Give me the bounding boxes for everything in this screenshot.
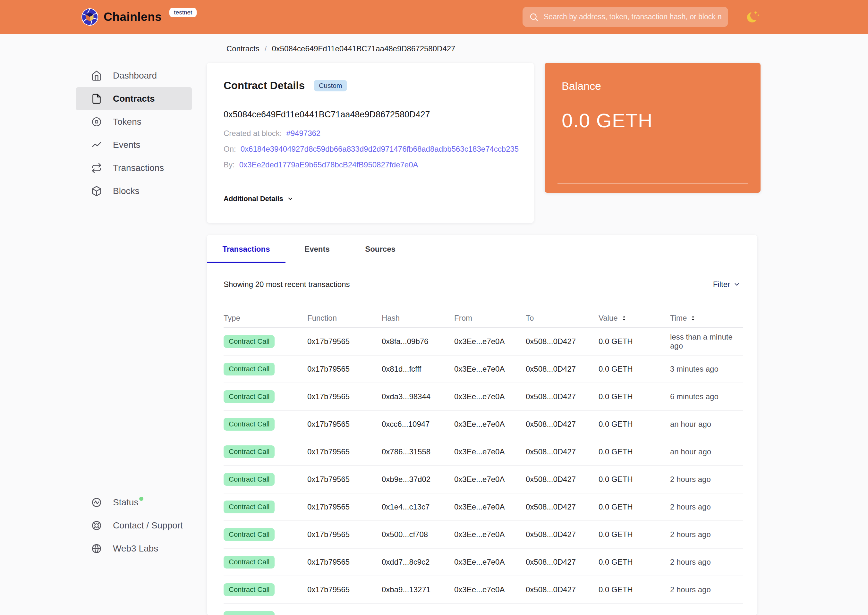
tab-events[interactable]: Events [286, 235, 349, 263]
global-search[interactable] [522, 7, 728, 27]
tx-hash-link[interactable]: 0xdd7...8c9c2 [382, 557, 454, 567]
tx-value: 0.0 GETH [599, 503, 670, 512]
on-tx-hash-link[interactable]: 0x6184e39404927d8c59db66a833d9d2d971476f… [241, 144, 519, 154]
home-icon [91, 70, 102, 81]
tx-from-link[interactable]: 0x3Ee...e7e0A [454, 365, 526, 373]
sort-icon[interactable] [621, 315, 627, 322]
col-value-sort[interactable]: Value [599, 314, 670, 323]
tx-hash-link[interactable]: 0x1e4...c13c7 [382, 503, 454, 512]
custom-badge: Custom [314, 80, 347, 91]
col-time-sort[interactable]: Time [670, 314, 743, 323]
tx-to-link[interactable]: 0x508...0D427 [526, 475, 599, 484]
created-at-block-link[interactable]: #9497362 [286, 129, 321, 138]
tx-value: 0.0 GETH [599, 475, 670, 484]
sort-icon[interactable] [690, 315, 696, 322]
table-row: Contract Call0x17b795650x1e4...c13c70x3E… [224, 493, 743, 521]
table-row: Contract Call0x17b795650xb9e...37d020x3E… [224, 466, 743, 493]
file-icon [91, 93, 102, 104]
tx-to-link[interactable]: 0x508...0D427 [526, 447, 599, 456]
tx-from-link[interactable]: 0x3Ee...e7e0A [454, 585, 526, 594]
sidebar-item-status[interactable]: Status [76, 491, 192, 514]
box-icon [91, 186, 102, 197]
sidebar-item-contracts[interactable]: Contracts [76, 87, 192, 110]
sidebar-item-blocks[interactable]: Blocks [76, 180, 192, 203]
tx-value: 0.0 GETH [599, 392, 670, 401]
tx-value: 0.0 GETH [599, 365, 670, 373]
sidebar-item-transactions[interactable]: Transactions [76, 156, 192, 180]
tx-value: 0.0 GETH [599, 447, 670, 456]
tx-time: less than a minute ago [670, 332, 743, 350]
tx-from-link[interactable]: 0x3Ee...e7e0A [454, 337, 526, 346]
balance-card: Balance 0.0 GETH [545, 63, 760, 193]
sidebar-item-contact-support[interactable]: Contact / Support [76, 514, 192, 537]
tx-from-link[interactable]: 0x3Ee...e7e0A [454, 420, 526, 429]
tx-to-link[interactable]: 0x508...0D427 [526, 530, 599, 539]
tx-time: 2 hours ago [670, 503, 743, 512]
by-label: By: [224, 160, 235, 170]
balance-value: 0.0 GETH [561, 109, 744, 132]
table-row: Contract Call0x17b795650x8fa...09b760x3E… [224, 328, 743, 356]
sidebar-item-label: Transactions [113, 163, 164, 173]
balance-title: Balance [561, 80, 744, 92]
sidebar-item-events[interactable]: Events [76, 133, 192, 156]
tx-from-link[interactable]: 0x3Ee...e7e0A [454, 530, 526, 539]
tx-hash-link[interactable]: 0xcc6...10947 [382, 420, 454, 429]
on-tx-row: On: 0x6184e39404927d8c59db66a833d9d2d971… [224, 144, 517, 154]
tx-hash-link[interactable]: 0x81d...fcfff [382, 365, 454, 373]
tx-function: 0x17b79565 [307, 530, 382, 539]
sidebar-footer-nav: Status Contact / Support Web3 Labs [76, 491, 192, 560]
brand[interactable]: Chainlens testnet [81, 0, 197, 34]
tx-from-link[interactable]: 0x3Ee...e7e0A [454, 392, 526, 401]
tx-from-link[interactable]: 0x3Ee...e7e0A [454, 475, 526, 484]
table-row: Contract Call0x17b795650x500...cf7080x3E… [224, 521, 743, 549]
search-input[interactable] [544, 12, 722, 21]
by-address-link[interactable]: 0x3Ee2ded1779aE9b65d78bcB24fB950827fde7e… [239, 160, 418, 170]
tx-type-badge: Contract Call [224, 501, 275, 514]
tx-type-badge: Contract Call [224, 445, 275, 458]
created-at-row: Created at block: #9497362 [224, 129, 517, 138]
tx-to-link[interactable]: 0x508...0D427 [526, 337, 599, 346]
filter-button[interactable]: Filter [713, 280, 740, 289]
table-row: Contract Call0x17b795650xdd7...8c9c20x3E… [224, 549, 743, 576]
tab-transactions[interactable]: Transactions [207, 235, 286, 263]
table-row: Contract Call0x17b795650xcc6...109470x3E… [224, 411, 743, 438]
tx-hash-link[interactable]: 0xb9e...37d02 [382, 475, 454, 484]
tx-to-link[interactable]: 0x508...0D427 [526, 585, 599, 594]
tx-hash-link[interactable]: 0x8fa...09b76 [382, 337, 454, 346]
tx-hash-link[interactable]: 0x500...cf708 [382, 530, 454, 539]
tx-time: an hour ago [670, 447, 743, 456]
tx-value: 0.0 GETH [599, 420, 670, 429]
tx-from-link[interactable]: 0x3Ee...e7e0A [454, 503, 526, 512]
additional-details-toggle[interactable]: Additional Details [224, 195, 517, 203]
tx-to-link[interactable]: 0x508...0D427 [526, 420, 599, 429]
col-type: Type [224, 314, 307, 323]
sidebar-item-tokens[interactable]: Tokens [76, 110, 192, 133]
tx-function: 0x17b79565 [307, 585, 382, 594]
col-from: From [454, 314, 526, 323]
tx-from-link[interactable]: 0x3Ee...e7e0A [454, 557, 526, 567]
tx-type-badge: Contract Call [224, 390, 275, 403]
balance-divider [557, 183, 748, 184]
tx-hash-link[interactable]: 0x786...31558 [382, 447, 454, 456]
tx-from-link[interactable]: 0x3Ee...e7e0A [454, 447, 526, 456]
sidebar-item-dashboard[interactable]: Dashboard [76, 64, 192, 87]
tx-to-link[interactable]: 0x508...0D427 [526, 503, 599, 512]
tx-to-link[interactable]: 0x508...0D427 [526, 392, 599, 401]
tx-time: 2 hours ago [670, 585, 743, 594]
tx-hash-link[interactable]: 0xba9...13271 [382, 585, 454, 594]
tab-sources[interactable]: Sources [349, 235, 412, 263]
sidebar-item-label: Blocks [113, 186, 139, 196]
table-row: Contract Call0x17b795650x81d...fcfff0x3E… [224, 356, 743, 383]
activity-icon [91, 497, 102, 508]
tx-hash-link[interactable]: 0xda3...98344 [382, 392, 454, 401]
sidebar-item-label: Status [113, 497, 143, 507]
tx-to-link[interactable]: 0x508...0D427 [526, 557, 599, 567]
sidebar-item-label: Dashboard [113, 70, 157, 81]
table-row: Contract Call0x17b795650xba9...132710x3E… [224, 576, 743, 604]
sidebar-item-web3-labs[interactable]: Web3 Labs [76, 537, 192, 560]
breadcrumb-contracts[interactable]: Contracts [227, 44, 260, 53]
tx-to-link[interactable]: 0x508...0D427 [526, 365, 599, 373]
tx-type-badge: Contract Call [224, 473, 275, 486]
tx-function: 0x17b79565 [307, 475, 382, 484]
moon-theme-toggle-icon[interactable] [746, 9, 761, 24]
